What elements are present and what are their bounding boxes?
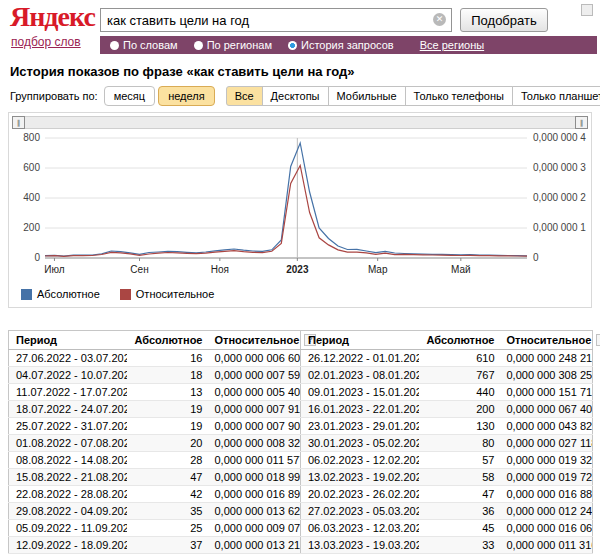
mode-tab-label: По словам <box>123 39 178 51</box>
period-cell: 22.08.2022 - 28.08.2022 <box>9 486 127 503</box>
relative-cell: 0,000 000 006 606 <box>211 350 301 367</box>
absolute-cell: 36 <box>419 503 503 520</box>
table-row: 11.07.2022 - 17.07.2022130,000 000 005 4… <box>9 384 593 401</box>
relative-cell: 0,000 000 019 321 <box>503 452 593 469</box>
relative-cell: 0,000 000 012 242 <box>503 503 593 520</box>
chart-line-relative <box>45 166 527 257</box>
period-cell: 06.02.2023 - 12.02.2023 <box>301 452 419 469</box>
history-chart: 020040060080000,000 000 10,000 000 20,00… <box>11 132 589 284</box>
y-left-tick-label: 600 <box>23 162 40 173</box>
relative-cell: 0,000 000 043 826 <box>503 418 593 435</box>
col-header-absolute: Абсолютное <box>127 331 211 350</box>
yandex-logo[interactable]: Яндекс <box>10 1 95 33</box>
table-row: 04.07.2022 - 10.07.2022180,000 000 007 5… <box>9 367 593 384</box>
absolute-cell: 47 <box>127 469 211 486</box>
y-right-tick-label: 0 <box>533 252 539 263</box>
help-icon[interactable]: ? <box>596 334 600 346</box>
page-title: История показов по фразе «как ставить це… <box>10 64 355 79</box>
period-cell: 26.12.2022 - 01.01.2023 <box>301 350 419 367</box>
mode-tab-label: История запросов <box>301 39 394 51</box>
period-cell: 12.09.2022 - 18.09.2022 <box>9 537 127 554</box>
absolute-cell: 28 <box>127 452 211 469</box>
radio-icon <box>194 41 203 50</box>
relative-cell: 0,000 000 067 401 <box>503 401 593 418</box>
device-tab-tablets-only[interactable]: Только планшеты <box>512 86 600 106</box>
absolute-cell: 80 <box>419 435 503 452</box>
range-slider-handle-right[interactable]: ∥ <box>575 116 588 129</box>
all-regions-link[interactable]: Все регионы <box>420 39 485 51</box>
table-row: 29.08.2022 - 04.09.2022350,000 000 013 6… <box>9 503 593 520</box>
relative-cell: 0,000 000 013 218 <box>211 537 301 554</box>
relative-cell: 0,000 000 011 577 <box>211 452 301 469</box>
device-tab-phones-only[interactable]: Только телефоны <box>405 86 513 106</box>
legend-item-absolute[interactable]: Абсолютное <box>21 288 100 300</box>
x-tick-label: Июл <box>44 264 64 275</box>
search-field-wrap: ✕ <box>100 8 452 32</box>
relative-cell: 0,000 000 008 328 <box>211 435 301 452</box>
table-row: 25.07.2022 - 31.07.2022190,000 000 007 9… <box>9 418 593 435</box>
group-week-button[interactable]: неделя <box>158 86 215 106</box>
period-cell: 15.08.2022 - 21.08.2022 <box>9 469 127 486</box>
period-cell: 30.01.2023 - 05.02.2023 <box>301 435 419 452</box>
relative-cell: 0,000 000 016 064 <box>503 520 593 537</box>
absolute-cell: 25 <box>127 520 211 537</box>
col-header-relative: Относительное? <box>211 331 301 350</box>
device-tab-all[interactable]: Все <box>226 86 263 106</box>
mode-tab-by-regions[interactable]: По регионам <box>194 39 272 51</box>
range-slider-track[interactable]: ∥ ∥ <box>12 116 588 129</box>
x-tick-label: 2023 <box>286 264 309 275</box>
x-tick-label: Май <box>451 264 471 275</box>
period-cell: 06.03.2023 - 12.03.2023 <box>301 520 419 537</box>
relative-cell: 0,000 000 016 897 <box>211 486 301 503</box>
legend-item-relative[interactable]: Относительное <box>120 288 215 300</box>
table-row: 08.08.2022 - 14.08.2022280,000 000 011 5… <box>9 452 593 469</box>
absolute-cell: 19 <box>127 401 211 418</box>
wordstat-link[interactable]: подбор слов <box>11 35 81 49</box>
period-cell: 08.08.2022 - 14.08.2022 <box>9 452 127 469</box>
legend-swatch-relative <box>120 289 131 300</box>
col-header-period: Период <box>301 331 419 350</box>
group-by-label: Группировать по: <box>10 90 98 102</box>
period-cell: 25.07.2022 - 31.07.2022 <box>9 418 127 435</box>
period-cell: 16.01.2023 - 22.01.2023 <box>301 401 419 418</box>
mode-tab-by-words[interactable]: По словам <box>110 39 178 51</box>
period-cell: 11.07.2022 - 17.07.2022 <box>9 384 127 401</box>
search-modes-bar: По словам По регионам История запросов В… <box>100 36 597 54</box>
chart-widget: ∥ ∥ 020040060080000,000 000 10,000 000 2… <box>8 112 592 308</box>
x-tick-label: Ноя <box>211 264 229 275</box>
table-header-row: Период Абсолютное Относительное? Период … <box>9 331 593 350</box>
wordstat-page: Яндекс подбор слов ✕ Подобрать По словам… <box>0 0 600 554</box>
table-row: 01.08.2022 - 07.08.2022200,000 000 008 3… <box>9 435 593 452</box>
range-slider-handle-left[interactable]: ∥ <box>12 116 25 129</box>
absolute-cell: 37 <box>127 537 211 554</box>
search-input[interactable] <box>100 8 452 32</box>
device-tabs: Все Десктопы Мобильные Только телефоны Т… <box>226 86 600 106</box>
device-tab-desktop[interactable]: Десктопы <box>262 86 329 106</box>
group-month-button[interactable]: месяц <box>104 86 155 106</box>
table-row: 05.09.2022 - 11.09.2022250,000 000 009 0… <box>9 520 593 537</box>
relative-cell: 0,000 000 007 914 <box>211 401 301 418</box>
relative-cell: 0,000 000 016 885 <box>503 486 593 503</box>
controls-row: Группировать по: месяц неделя Все Дескто… <box>10 86 600 106</box>
y-left-tick-label: 0 <box>34 252 40 263</box>
legend-label: Относительное <box>136 288 215 300</box>
relative-cell: 0,000 000 151 712 <box>503 384 593 401</box>
period-cell: 13.02.2023 - 19.02.2023 <box>301 469 419 486</box>
absolute-cell: 767 <box>419 367 503 384</box>
col-header-relative-label: Относительное <box>215 334 300 346</box>
mode-tab-label: По регионам <box>207 39 272 51</box>
y-right-tick-label: 0,000 000 2 <box>533 192 586 203</box>
absolute-cell: 33 <box>419 537 503 554</box>
absolute-cell: 47 <box>419 486 503 503</box>
chart-line-absolute <box>45 143 527 256</box>
col-header-relative: Относительное? <box>503 331 593 350</box>
top-right-icon[interactable] <box>581 4 593 16</box>
clear-icon[interactable]: ✕ <box>433 13 446 26</box>
y-right-tick-label: 0,000 000 1 <box>533 222 586 233</box>
period-cell: 20.02.2023 - 26.02.2023 <box>301 486 419 503</box>
period-cell: 04.07.2022 - 10.07.2022 <box>9 367 127 384</box>
submit-button[interactable]: Подобрать <box>460 8 548 32</box>
absolute-cell: 19 <box>127 418 211 435</box>
mode-tab-query-history[interactable]: История запросов <box>288 39 394 51</box>
device-tab-mobile[interactable]: Мобильные <box>328 86 406 106</box>
